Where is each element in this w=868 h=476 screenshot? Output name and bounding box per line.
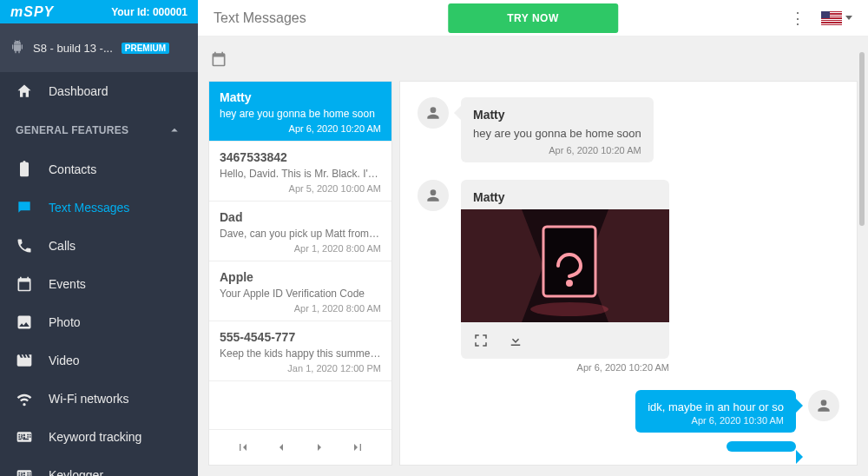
keyboard-icon	[16, 466, 33, 476]
sidebar-item-label: Dashboard	[49, 84, 108, 98]
sidebar-item-label: Photo	[49, 315, 81, 329]
sidebar-item-video[interactable]: Video	[0, 341, 198, 380]
thread-time: Jan 1, 2020 12:00 PM	[220, 363, 381, 374]
user-id-label: Your Id: 000001	[111, 6, 187, 18]
sidebar-item-dashboard[interactable]: Dashboard	[0, 72, 198, 110]
thread-preview: Dave, can you pick up Matt from schoo...	[220, 228, 381, 240]
message-time: Apr 6, 2020 10:20 AM	[461, 359, 669, 373]
sidebar-item-calls[interactable]: Calls	[0, 227, 198, 265]
phone-icon	[16, 237, 33, 255]
thread-preview: hey are you gonna be home soon	[220, 108, 381, 120]
expand-icon[interactable]	[473, 333, 489, 348]
try-now-button[interactable]: TRY NOW	[448, 3, 618, 33]
sidebar-item-contacts[interactable]: Contacts	[0, 150, 198, 188]
person-icon	[815, 397, 832, 414]
thread-time: Apr 1, 2020 8:00 AM	[220, 243, 381, 254]
person-icon	[424, 104, 442, 122]
sidebar-section-label: GENERAL FEATURES	[16, 124, 128, 136]
download-icon[interactable]	[508, 333, 523, 348]
thread-time: Apr 5, 2020 10:00 AM	[220, 183, 381, 194]
sidebar-item-wifi[interactable]: Wi-Fi networks	[0, 380, 198, 418]
thread-time: Apr 1, 2020 8:00 AM	[220, 303, 381, 314]
sidebar-item-label: Keyword tracking	[49, 430, 141, 444]
first-page-icon[interactable]	[236, 440, 250, 454]
clipboard-icon	[16, 161, 33, 178]
more-menu-button[interactable]: ⋮	[790, 9, 806, 28]
avatar	[418, 180, 449, 211]
thread-item[interactable]: 555-4545-777 Keep the kids happy this su…	[209, 321, 391, 381]
wifi-icon	[16, 390, 33, 407]
sidebar-item-label: Calls	[49, 239, 76, 253]
thread-item[interactable]: Matty hey are you gonna be home soon Apr…	[209, 82, 391, 142]
svg-point-4	[566, 280, 573, 287]
movie-icon	[16, 352, 33, 369]
svg-point-5	[530, 302, 608, 316]
page-title: Text Messages	[214, 10, 306, 26]
last-page-icon[interactable]	[351, 440, 365, 454]
thread-name: 555-4545-777	[220, 330, 381, 344]
thread-item[interactable]: Dad Dave, can you pick up Matt from scho…	[209, 202, 391, 261]
message-row: Matty hey are you gonna be home soon Apr…	[418, 97, 839, 162]
mms-image[interactable]	[461, 209, 669, 322]
thread-name: Matty	[220, 90, 381, 104]
message-sender: Matty	[461, 180, 669, 209]
message-sender: Matty	[473, 108, 641, 122]
message-body: idk, maybe in an hour or so	[648, 400, 784, 413]
message-bubble-media: Matty	[461, 180, 669, 359]
sidebar-item-photo[interactable]: Photo	[0, 303, 198, 341]
message-row: idk, maybe in an hour or so Apr 6, 2020 …	[418, 390, 839, 433]
device-name: S8 - build 13 -...	[33, 42, 113, 55]
avatar	[808, 390, 839, 421]
sidebar-header: mSPY Your Id: 000001	[0, 0, 198, 23]
calendar-filter-icon[interactable]	[210, 50, 227, 68]
sidebar-item-label: Text Messages	[49, 201, 129, 215]
device-selector[interactable]: S8 - build 13 -... PREMIUM	[0, 23, 198, 72]
us-flag-icon	[821, 11, 842, 25]
language-selector[interactable]	[821, 11, 852, 25]
image-icon	[16, 314, 33, 331]
message-bubble: Matty hey are you gonna be home soon Apr…	[461, 97, 654, 162]
thread-name: 3467533842	[220, 150, 381, 164]
thread-name: Dad	[220, 210, 381, 224]
thread-item[interactable]: 3467533842 Hello, David. This is Mr. Bla…	[209, 142, 391, 202]
premium-badge: PREMIUM	[122, 43, 169, 54]
message-time: Apr 6, 2020 10:20 AM	[473, 145, 641, 155]
home-icon	[16, 83, 33, 100]
sidebar-item-text-messages[interactable]: Text Messages	[0, 188, 198, 227]
message-pane: Matty hey are you gonna be home soon Apr…	[399, 81, 858, 466]
sidebar-item-label: Contacts	[49, 162, 96, 176]
next-page-icon[interactable]	[312, 440, 326, 454]
sidebar-item-keyword-tracking[interactable]: Keyword tracking	[0, 418, 198, 456]
sidebar-item-label: Events	[49, 277, 86, 291]
chevron-up-icon	[167, 122, 182, 138]
sidebar-item-label: Wi-Fi networks	[49, 392, 129, 406]
message-body: hey are you gonna be home soon	[473, 127, 641, 140]
message-time: Apr 6, 2020 10:30 AM	[648, 415, 784, 426]
sidebar: mSPY Your Id: 000001 S8 - build 13 -... …	[0, 0, 198, 476]
person-icon	[424, 187, 442, 204]
sidebar-item-keylogger[interactable]: Keylogger	[0, 456, 198, 476]
calendar-icon	[16, 275, 33, 293]
prev-page-icon[interactable]	[274, 440, 288, 454]
chat-icon	[16, 199, 33, 216]
thread-preview: Your Apple ID Verification Code	[220, 288, 381, 300]
android-icon	[10, 40, 24, 56]
thread-preview: Hello, David. This is Mr. Black. I've no…	[220, 168, 381, 180]
thread-item[interactable]: Apple Your Apple ID Verification Code Ap…	[209, 261, 391, 321]
chevron-down-icon	[845, 16, 852, 20]
thread-time: Apr 6, 2020 10:20 AM	[220, 123, 381, 134]
toolbar: Text Messages TRY NOW ⋮	[198, 0, 868, 36]
sidebar-item-events[interactable]: Events	[0, 265, 198, 303]
thread-name: Apple	[220, 270, 381, 284]
message-bubble-partial	[727, 441, 796, 452]
avatar	[418, 97, 449, 129]
keyboard-icon	[16, 428, 33, 446]
thread-list: Matty hey are you gonna be home soon Apr…	[208, 81, 392, 466]
sidebar-item-label: Video	[49, 354, 80, 367]
sidebar-section-general[interactable]: GENERAL FEATURES	[0, 110, 198, 150]
pagination	[209, 429, 391, 465]
thread-preview: Keep the kids happy this summer with ...	[220, 347, 381, 360]
message-bubble: idk, maybe in an hour or so Apr 6, 2020 …	[635, 390, 796, 433]
brand-logo: mSPY	[10, 4, 54, 20]
message-row	[418, 441, 839, 466]
